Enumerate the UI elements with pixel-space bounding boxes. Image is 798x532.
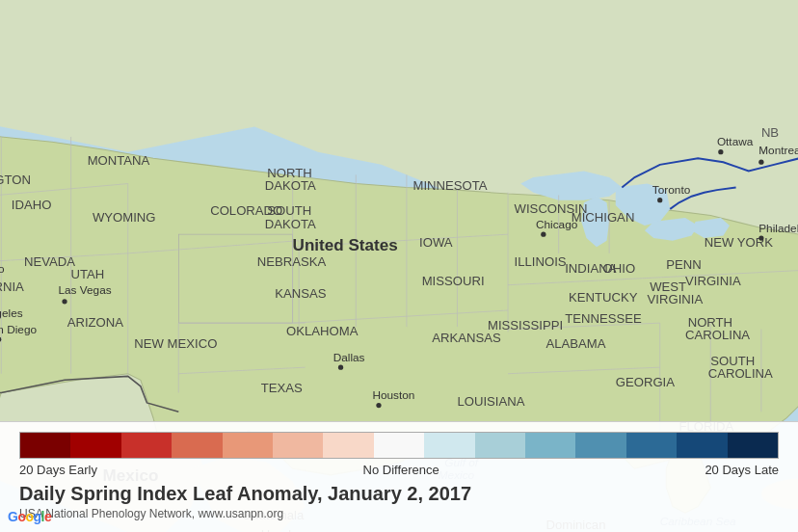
color-bar-segment: [475, 433, 525, 458]
illinois-label: ILLINOIS: [515, 254, 567, 269]
color-bar-segment: [20, 433, 70, 458]
legend-labels: 20 Days Early No Difference 20 Days Late: [19, 463, 779, 477]
legend-nodiff-label: No Difference: [363, 463, 439, 477]
google-g: G: [8, 509, 17, 524]
google-g2: g: [34, 509, 41, 524]
color-bar-segment: [525, 433, 575, 458]
alabama-label: ALABAMA: [545, 336, 605, 351]
svg-point-32: [541, 232, 545, 237]
color-bar-segment: [575, 433, 625, 458]
oregon-label: OREGON: [0, 217, 1, 231]
color-bar-segment: [677, 433, 727, 458]
montana-label: MONTANA: [88, 153, 150, 168]
color-bar-segment: [273, 433, 323, 458]
svg-point-31: [62, 299, 66, 304]
google-o2: o: [25, 509, 33, 524]
ohio-label: OHIO: [603, 261, 636, 276]
virginia-label: VIRGINIA: [685, 274, 741, 288]
svg-point-37: [718, 149, 723, 154]
mississippi-label: MISSISSIPPI: [488, 318, 563, 332]
california-label: CALIFORNIA: [0, 279, 24, 294]
missouri-label: MISSOURI: [422, 274, 485, 288]
legend-overlay: 20 Days Early No Difference 20 Days Late…: [0, 421, 798, 532]
color-bar-segment: [121, 433, 172, 458]
svg-point-35: [657, 198, 662, 202]
louisiana-label: LOUISIANA: [457, 394, 524, 409]
us-label: United States: [293, 236, 398, 254]
dallas-label: Dallas: [333, 351, 365, 364]
google-logo: Google: [8, 509, 51, 524]
las-vegas-label: Las Vegas: [58, 283, 111, 297]
toronto-label: Toronto: [652, 183, 691, 197]
chicago-label: Chicago: [536, 218, 578, 231]
color-bar-segment: [70, 433, 120, 458]
wyoming-label: WYOMING: [93, 210, 156, 225]
svg-point-34: [376, 403, 381, 408]
san-diego-label: San Diego: [0, 323, 38, 336]
north-dakota-label2: DAKOTA: [265, 178, 316, 193]
minnesota-label: MINNESOTA: [412, 178, 487, 193]
ottawa-label: Ottawa: [717, 135, 754, 148]
color-bar-segment: [223, 433, 273, 458]
color-bar-segment: [424, 433, 474, 458]
penn-label: PENN: [666, 257, 701, 272]
san-francisco-label: San Francisco: [0, 262, 5, 276]
svg-point-38: [758, 235, 763, 240]
color-bar-container: [19, 432, 779, 459]
washington-label: WASHINGTON: [0, 173, 31, 187]
west-virginia-label2: VIRGINIA: [648, 292, 704, 306]
idaho-label: IDAHO: [12, 198, 52, 212]
nevada-label: NEVADA: [24, 254, 75, 269]
iowa-label: IOWA: [419, 235, 453, 250]
south-dakota-label2: DAKOTA: [265, 217, 316, 231]
color-bar-segment: [374, 433, 424, 458]
legend-late-label: 20 Days Late: [705, 463, 779, 477]
svg-point-36: [758, 160, 763, 165]
new-mexico-label: NEW MEXICO: [134, 336, 217, 351]
arizona-label: ARIZONA: [67, 315, 124, 330]
color-bar-segment: [626, 433, 677, 458]
chart-subtitle: USA National Phenology Network, www.usan…: [19, 507, 779, 520]
michigan-label: MICHIGAN: [572, 210, 635, 225]
montreal-label: Montreal: [758, 144, 798, 157]
color-bar: [19, 432, 779, 459]
south-carolina-label2: CAROLINA: [708, 366, 773, 381]
north-carolina-label2: CAROLINA: [685, 328, 750, 342]
map-container: WASHINGTON OREGON CALIFORNIA NEVADA IDAH…: [0, 0, 798, 532]
philadelphia-label: Philadelphia: [758, 222, 798, 235]
google-e: e: [44, 509, 51, 524]
utah-label: UTAH: [71, 267, 105, 281]
houston-label: Houston: [372, 388, 414, 402]
svg-point-33: [338, 365, 343, 370]
color-bar-segment: [323, 433, 373, 458]
legend-early-label: 20 Days Early: [19, 463, 97, 477]
tennessee-label: TENNESSEE: [565, 311, 642, 326]
kentucky-label: KENTUCKY: [569, 290, 638, 305]
kansas-label: KANSAS: [275, 286, 326, 301]
arkansas-label: ARKANSAS: [432, 331, 501, 345]
los-angeles-label: Los Angeles: [0, 306, 23, 320]
nb-label: NB: [761, 125, 779, 140]
nebraska-label: NEBRASKA: [257, 254, 327, 269]
georgia-label: GEORGIA: [616, 375, 676, 389]
color-bar-segment: [728, 433, 778, 458]
texas-label: TEXAS: [261, 381, 303, 395]
chart-title: Daily Spring Index Leaf Anomaly, January…: [19, 483, 779, 505]
color-bar-segment: [172, 433, 222, 458]
oklahoma-label: OKLAHOMA: [286, 324, 359, 338]
